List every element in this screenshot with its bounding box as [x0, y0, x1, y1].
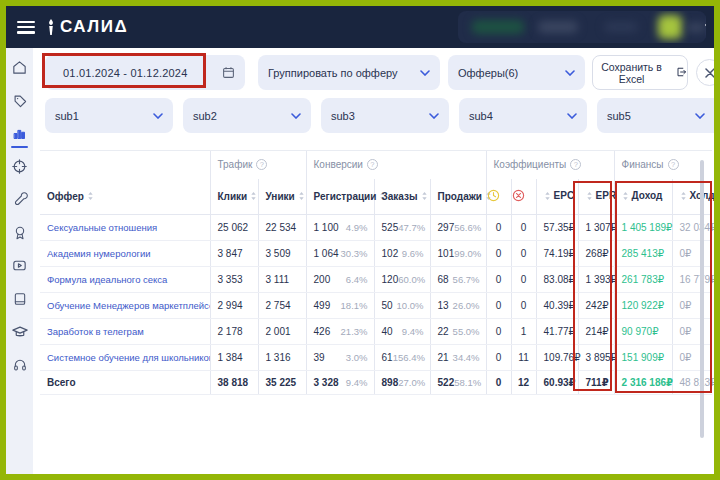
sub1-dropdown[interactable]: sub1	[45, 98, 173, 133]
col-orders[interactable]: Заказы	[374, 179, 430, 215]
sidebar-item-video[interactable]	[9, 257, 30, 278]
close-icon	[705, 64, 715, 82]
help-icon[interactable]: ?	[256, 159, 267, 170]
cell-hold: 0₽	[672, 293, 712, 319]
col-epr[interactable]: EPR	[578, 179, 614, 215]
sub3-label: sub3	[331, 110, 355, 122]
col-clicks[interactable]: Клики	[210, 179, 258, 215]
table-row[interactable]: Формула идеального секса 3 353 3 111 200…	[40, 267, 712, 293]
cell-income: 261 783₽	[614, 267, 672, 293]
chevron-down-icon[interactable]	[705, 11, 706, 43]
table-row[interactable]: Заработок в телеграм 2 178 2 001 42621.3…	[40, 319, 712, 345]
torch-icon	[44, 18, 58, 36]
total-label: Всего	[40, 371, 210, 395]
col-registrations[interactable]: Регистрации	[306, 179, 374, 215]
scrollbar-thumb[interactable]	[700, 160, 704, 438]
offer-link[interactable]: Академия нумерологии	[47, 248, 210, 259]
table-row[interactable]: Обучение Менеджеров маркетплейсов 2 994 …	[40, 293, 712, 319]
offer-link[interactable]: Системное обучение для школьников	[47, 352, 210, 363]
cell-epc: 41.77₽	[536, 319, 578, 345]
sort-icon[interactable]	[586, 191, 593, 201]
calendar-icon[interactable]	[222, 66, 235, 79]
cell-income: 1 405 189₽	[614, 215, 672, 241]
chevron-down-icon	[429, 113, 439, 119]
group-by-label: Группировать по офферу	[268, 67, 398, 79]
home-icon	[11, 59, 28, 80]
sidebar-item-statistics[interactable]	[9, 125, 30, 146]
sort-icon[interactable]	[544, 191, 551, 201]
group-by-dropdown[interactable]: Группировать по офферу	[258, 55, 440, 90]
sort-icon[interactable]	[421, 191, 428, 201]
chevron-down-icon	[291, 113, 301, 119]
cell-clicks: 2 178	[210, 319, 258, 345]
user-panel-redacted[interactable]	[458, 11, 706, 43]
help-icon[interactable]: ?	[367, 159, 378, 170]
sort-icon[interactable]	[622, 191, 629, 201]
sub5-dropdown[interactable]: sub5	[597, 98, 715, 133]
offer-link[interactable]: Сексуальные отношения	[47, 222, 210, 233]
sidebar-item-support[interactable]	[9, 356, 30, 377]
table-row[interactable]: Академия нумерологии 3 847 3 509 1 06430…	[40, 241, 712, 267]
offer-link[interactable]: Обучение Менеджеров маркетплейсов	[47, 300, 210, 311]
table-row[interactable]: Системное обучение для школьников 1 384 …	[40, 345, 712, 371]
logo[interactable]: САЛИΔ	[44, 17, 128, 37]
cell-epc: 60.93₽	[536, 371, 578, 395]
sub3-dropdown[interactable]: sub3	[321, 98, 449, 133]
balance-blur	[472, 20, 524, 34]
menu-icon[interactable]	[17, 21, 35, 34]
cell-hold: 16 779₽	[672, 267, 712, 293]
sidebar-item-tools[interactable]	[9, 191, 30, 212]
sidebar-item-achievements[interactable]	[9, 224, 30, 245]
col-pending[interactable]	[486, 179, 511, 215]
cell-epc: 109.76₽	[536, 345, 578, 371]
sidebar-item-library[interactable]	[9, 290, 30, 311]
col-uniques[interactable]: Уники	[258, 179, 306, 215]
text-blur	[604, 22, 638, 32]
top-header-bar: САЛИΔ	[6, 6, 714, 48]
col-offer[interactable]: Оффер	[40, 179, 210, 215]
sidebar-item-offers[interactable]	[9, 92, 30, 113]
col-hold[interactable]: Холд	[672, 179, 712, 215]
sub4-dropdown[interactable]: sub4	[459, 98, 587, 133]
sidebar-item-target[interactable]	[9, 158, 30, 179]
sort-icon[interactable]	[87, 191, 94, 201]
offer-link[interactable]: Формула идеального секса	[47, 274, 210, 285]
close-button[interactable]	[696, 59, 720, 86]
cell-uniques: 3 111	[258, 267, 306, 293]
cell-cancelled: 11	[511, 345, 536, 371]
date-range-picker[interactable]: 01.01.2024 - 01.12.2024	[45, 55, 245, 90]
save-excel-label: Сохранить в Excel	[593, 61, 670, 85]
statistics-table: Трафик? Конверсии? Коэффициенты? Финансы…	[40, 150, 712, 395]
sort-icon[interactable]	[250, 191, 257, 201]
sidebar-item-home[interactable]	[9, 59, 30, 80]
text-blur	[538, 21, 578, 33]
chevron-down-icon	[565, 70, 575, 76]
sidebar-item-education[interactable]	[9, 323, 30, 344]
chevron-down-icon	[420, 70, 430, 76]
sub2-dropdown[interactable]: sub2	[183, 98, 311, 133]
cell-epr: 242₽	[578, 293, 614, 319]
export-icon	[675, 66, 687, 80]
help-icon[interactable]: ?	[570, 159, 581, 170]
sub4-label: sub4	[469, 110, 493, 122]
cell-income: 90 970₽	[614, 319, 672, 345]
cell-hold: 32 034₽	[672, 215, 712, 241]
cell-pending: 0	[486, 215, 511, 241]
col-sales[interactable]: Продажи	[430, 179, 486, 215]
cell-epc: 74.19₽	[536, 241, 578, 267]
offers-dropdown[interactable]: Офферы(6)	[448, 55, 585, 90]
cell-uniques: 2 754	[258, 293, 306, 319]
cell-epc: 83.08₽	[536, 267, 578, 293]
offer-link[interactable]: Заработок в телеграм	[47, 326, 210, 337]
save-excel-button[interactable]: Сохранить в Excel	[592, 55, 688, 90]
col-income[interactable]: Доход	[614, 179, 672, 215]
help-icon[interactable]: ?	[668, 159, 679, 170]
sub5-label: sub5	[607, 110, 631, 122]
sort-icon[interactable]	[680, 191, 687, 201]
col-epc[interactable]: EPC	[536, 179, 578, 215]
col-cancelled[interactable]	[511, 179, 536, 215]
sort-icon[interactable]	[298, 191, 305, 201]
cell-epr: 268₽	[578, 241, 614, 267]
group-coefficients: Коэффициенты	[494, 159, 567, 170]
table-row[interactable]: Сексуальные отношения 25 062 22 534 1 10…	[40, 215, 712, 241]
